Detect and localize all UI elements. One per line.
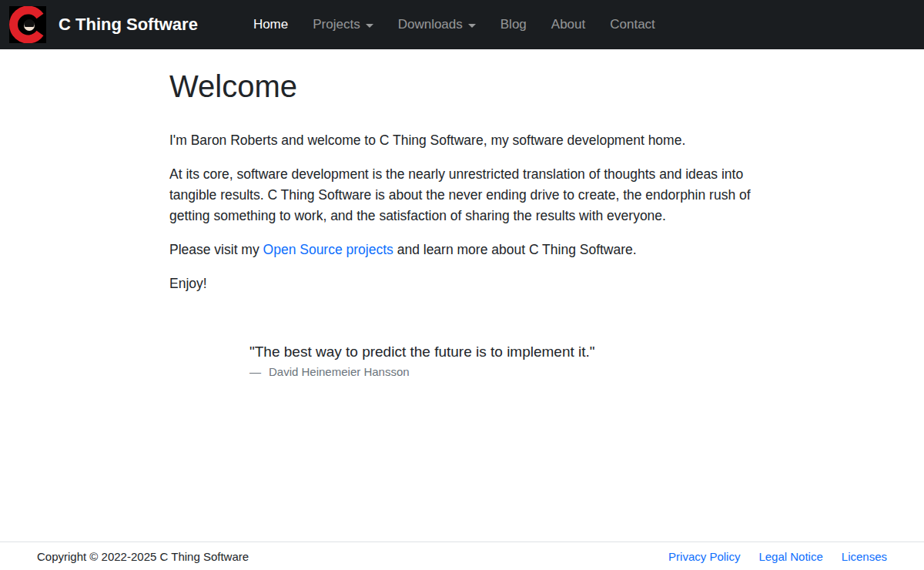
- main-nav: Home Projects Downloads Blog About Conta…: [241, 11, 668, 39]
- visit-paragraph: Please visit my Open Source projects and…: [169, 240, 755, 260]
- nav-item-projects[interactable]: Projects: [300, 11, 385, 39]
- footer: Copyright © 2022-2025 C Thing Software P…: [0, 542, 924, 570]
- nav-item-label: Contact: [610, 17, 655, 32]
- logo-icon: [9, 6, 46, 43]
- open-source-projects-link[interactable]: Open Source projects: [263, 242, 393, 257]
- nav-item-label: Projects: [313, 17, 360, 32]
- chevron-down-icon: [366, 24, 373, 28]
- main-content: Welcome I'm Baron Roberts and welcome to…: [0, 49, 924, 542]
- nav-item-label: Blog: [500, 17, 527, 32]
- footer-nav: Privacy Policy Legal Notice Licenses: [650, 550, 887, 563]
- copyright-text: Copyright © 2022-2025 C Thing Software: [37, 550, 249, 563]
- page-title: Welcome: [169, 69, 755, 104]
- footer-link-legal-notice[interactable]: Legal Notice: [758, 550, 822, 563]
- footer-link-licenses[interactable]: Licenses: [842, 550, 887, 563]
- brand-text: C Thing Software: [59, 15, 198, 35]
- nav-item-blog[interactable]: Blog: [488, 11, 539, 39]
- nav-item-contact[interactable]: Contact: [598, 11, 668, 39]
- chevron-down-icon: [468, 24, 476, 28]
- visit-text-after: and learn more about C Thing Software.: [393, 242, 637, 257]
- nav-item-about[interactable]: About: [539, 11, 598, 39]
- footer-link-privacy-policy[interactable]: Privacy Policy: [668, 550, 740, 563]
- navbar: C Thing Software Home Projects Downloads…: [0, 0, 924, 49]
- quote-text: "The best way to predict the future is t…: [249, 344, 755, 360]
- quote-dash: —: [249, 365, 261, 378]
- nav-item-label: Downloads: [398, 17, 463, 32]
- nav-item-home[interactable]: Home: [241, 11, 300, 39]
- visit-text-before: Please visit my: [169, 242, 263, 257]
- core-paragraph: At its core, software development is the…: [169, 164, 755, 226]
- intro-paragraph: I'm Baron Roberts and welcome to C Thing…: [169, 130, 755, 151]
- brand-link[interactable]: C Thing Software: [9, 6, 198, 43]
- content-container: Welcome I'm Baron Roberts and welcome to…: [169, 49, 755, 378]
- quote-figure: "The best way to predict the future is t…: [249, 344, 755, 378]
- nav-item-downloads[interactable]: Downloads: [386, 11, 488, 39]
- quote-attribution: —David Heinemeier Hansson: [249, 365, 755, 378]
- nav-item-label: About: [551, 17, 585, 32]
- enjoy-paragraph: Enjoy!: [169, 273, 755, 294]
- quote-author: David Heinemeier Hansson: [269, 365, 410, 378]
- nav-item-label: Home: [253, 17, 288, 32]
